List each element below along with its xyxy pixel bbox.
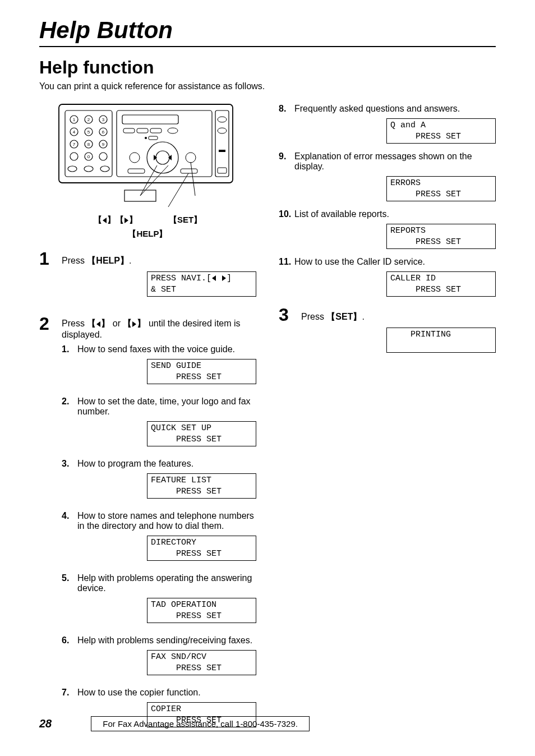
diagram-nav-label: 【】【】	[94, 215, 137, 225]
page-number: 28	[39, 717, 52, 730]
svg-text:2: 2	[87, 117, 90, 122]
svg-text:5: 5	[87, 130, 90, 135]
list-item: 4. How to store names and telephone numb…	[62, 511, 256, 569]
item-display: FAX SND/RCV PRESS SET	[147, 650, 256, 675]
item-text: How to store names and telephone numbers…	[77, 511, 254, 531]
step-1-number: 1	[39, 250, 62, 268]
list-item: 8. Frequently asked questions and answer…	[279, 104, 496, 149]
item-number: 2.	[62, 397, 77, 407]
svg-rect-39	[128, 169, 145, 173]
svg-text:7: 7	[73, 142, 76, 147]
svg-point-13	[99, 153, 107, 160]
item-number: 6.	[62, 635, 77, 646]
svg-point-34	[145, 137, 147, 139]
item-text: How to set the date, time, your logo and…	[77, 397, 251, 416]
svg-text:3: 3	[102, 117, 105, 122]
list-item: 5. Help with problems operating the answ…	[62, 573, 256, 631]
item-number: 11.	[279, 257, 294, 267]
list-item: 1. How to send faxes with the voice guid…	[62, 344, 256, 392]
list-item: 2. How to set the date, time, your logo …	[62, 397, 256, 454]
list-item: 11. How to use the Caller ID service. CA…	[279, 257, 496, 302]
svg-text:0: 0	[87, 154, 90, 159]
svg-rect-28	[122, 115, 178, 124]
step-2-btn-left: 【】	[87, 319, 110, 328]
item-display: ERRORS PRESS SET	[386, 176, 496, 201]
svg-point-15	[84, 166, 93, 172]
svg-rect-29	[123, 128, 135, 133]
list-item: 3. How to program the features. FEATURE …	[62, 459, 256, 506]
item-text: Explanation of error messages shown on t…	[294, 151, 472, 171]
svg-point-16	[100, 166, 109, 172]
step-3-text-before: Press	[301, 312, 326, 321]
item-text: How to use the copier function.	[77, 688, 201, 697]
svg-text:4: 4	[73, 130, 76, 135]
step-1-button: 【HELP】	[87, 256, 129, 265]
step-1-text-after: .	[129, 256, 131, 265]
step-3: 3 Press 【SET】. PRINTING	[279, 306, 496, 358]
svg-line-49	[191, 162, 195, 196]
item-text: How to use the Caller ID service.	[294, 257, 425, 266]
step-1-display: PRESS NAVI.[ ] & SET	[147, 271, 256, 297]
content-columns: 123 456 789 0	[39, 102, 496, 735]
item-number: 7.	[62, 688, 77, 698]
svg-rect-45	[218, 168, 227, 173]
section-title: Help function	[39, 57, 496, 78]
item-number: 3.	[62, 459, 77, 469]
footer-assistance: For Fax Advantage assistance, call 1-800…	[91, 716, 310, 731]
diagram-labels-row1: 【】【】 【SET】	[39, 215, 256, 225]
svg-point-37	[130, 153, 140, 163]
item-display: DIRECTORY PRESS SET	[147, 536, 256, 561]
device-illustration: 123 456 789 0	[56, 102, 236, 208]
svg-rect-30	[137, 128, 148, 133]
page-footer: 28 For Fax Advantage assistance, call 1-…	[39, 716, 496, 731]
item-number: 5.	[62, 573, 77, 583]
step-2-items: 1. How to send faxes with the voice guid…	[62, 344, 256, 735]
item-text: List of available reports.	[294, 209, 389, 219]
svg-text:1: 1	[73, 117, 76, 122]
item-display: TAD OPERATION PRESS SET	[147, 598, 256, 623]
diagram-help-label: 【HELP】	[39, 229, 256, 239]
svg-rect-31	[150, 128, 162, 133]
item-display: CALLER ID PRESS SET	[386, 271, 496, 297]
step-3-display: PRINTING	[386, 328, 496, 353]
step-3-number: 3	[279, 306, 301, 324]
item-display: SEND GUIDE PRESS SET	[147, 359, 256, 384]
item-text: How to program the features.	[77, 459, 193, 468]
item-display: QUICK SET UP PRESS SET	[147, 421, 256, 446]
list-item: 10. List of available reports. REPORTS P…	[279, 209, 496, 255]
item-text: Help with problems operating the answeri…	[77, 573, 252, 593]
svg-point-36	[156, 151, 169, 164]
list-item: 6. Help with problems sending/receiving …	[62, 635, 256, 683]
step-2-btn-right: 【】	[123, 319, 146, 328]
item-number: 4.	[62, 511, 77, 521]
svg-text:8: 8	[87, 142, 90, 147]
svg-rect-33	[149, 136, 158, 140]
list-item: 9. Explanation of error messages shown o…	[279, 151, 496, 207]
step-2-number: 2	[39, 315, 62, 333]
svg-text:6: 6	[102, 130, 105, 135]
step-1: 1 Press 【HELP】. PRESS NAVI.[ ] & SET	[39, 250, 256, 305]
item-display: Q and A PRESS SET	[386, 118, 496, 144]
step-2-or: or	[110, 319, 123, 328]
svg-point-32	[168, 128, 178, 133]
title-rule	[39, 46, 496, 47]
svg-point-35	[147, 142, 178, 173]
item-number: 1.	[62, 344, 77, 354]
item-number: 8.	[279, 104, 294, 114]
item-text: How to send faxes with the voice guide.	[77, 344, 235, 354]
svg-point-11	[70, 153, 78, 160]
svg-rect-27	[117, 110, 212, 177]
svg-line-50	[168, 173, 188, 207]
step-2-items-continued: 8. Frequently asked questions and answer…	[279, 104, 496, 302]
step-2-text-before: Press	[62, 319, 87, 328]
item-number: 9.	[279, 151, 294, 162]
item-text: Help with problems sending/receiving fax…	[77, 635, 252, 645]
left-column: 123 456 789 0	[39, 102, 256, 735]
svg-point-14	[68, 166, 77, 172]
svg-rect-40	[181, 169, 197, 173]
svg-text:9: 9	[102, 142, 105, 147]
step-3-button: 【SET】	[326, 312, 362, 321]
svg-rect-44	[219, 150, 225, 152]
svg-point-43	[218, 128, 227, 133]
page-title: Help Button	[39, 17, 496, 44]
